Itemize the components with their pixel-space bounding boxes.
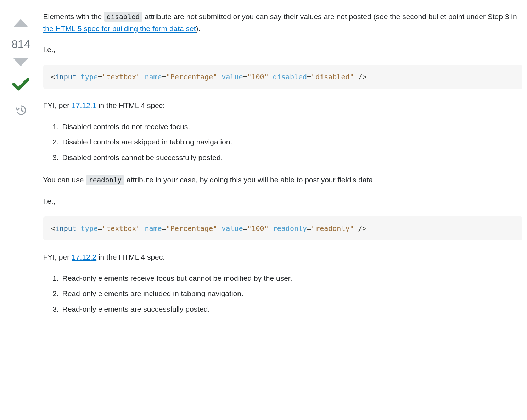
vote-cell: 814 <box>5 11 37 325</box>
list-item: Read-only elements receive focus but can… <box>61 272 522 284</box>
list-item: Read-only elements are included in tabbi… <box>61 288 522 300</box>
list-item: Disabled controls do not receive focus. <box>61 121 522 133</box>
paragraph: I.e., <box>43 44 522 56</box>
spec-link-html5[interactable]: the HTML 5 spec for building the form da… <box>43 24 196 33</box>
text: in the HTML 4 spec: <box>96 253 165 261</box>
list-item: Disabled controls cannot be successfully… <box>61 152 522 164</box>
upvote-button[interactable] <box>13 17 29 31</box>
paragraph: I.e., <box>43 195 522 207</box>
spec-link-17-12-2[interactable]: 17.12.2 <box>72 253 96 261</box>
inline-code: readonly <box>86 175 124 185</box>
text: FYI, per <box>43 253 72 261</box>
accepted-check-icon <box>12 77 29 94</box>
paragraph: FYI, per 17.12.1 in the HTML 4 spec: <box>43 100 522 112</box>
vote-score: 814 <box>12 35 30 53</box>
text: attribute are not submitted or you can s… <box>142 12 517 21</box>
ordered-list: Disabled controls do not receive focus. … <box>43 121 522 164</box>
paragraph: You can use readonly attribute in your c… <box>43 174 522 186</box>
text: FYI, per <box>43 101 72 109</box>
paragraph: FYI, per 17.12.2 in the HTML 4 spec: <box>43 251 522 263</box>
answer-body: Elements with the disabled attribute are… <box>37 11 522 325</box>
text: You can use <box>43 176 86 184</box>
code-block: <input type="textbox" name="Percentage" … <box>43 216 522 240</box>
paragraph: Elements with the disabled attribute are… <box>43 11 522 34</box>
text: Elements with the <box>43 12 104 21</box>
text: attribute in your case, by doing this yo… <box>124 176 375 184</box>
list-item: Read-only elements are successfully post… <box>61 303 522 315</box>
activity-history-icon[interactable] <box>16 105 26 119</box>
text: in the HTML 4 spec: <box>96 101 165 109</box>
list-item: Disabled controls are skipped in tabbing… <box>61 136 522 148</box>
downvote-button[interactable] <box>13 58 29 72</box>
text: ). <box>196 24 201 33</box>
inline-code: disabled <box>104 12 142 22</box>
spec-link-17-12-1[interactable]: 17.12.1 <box>72 101 96 109</box>
ordered-list: Read-only elements receive focus but can… <box>43 272 522 315</box>
code-block: <input type="textbox" name="Percentage" … <box>43 65 522 89</box>
